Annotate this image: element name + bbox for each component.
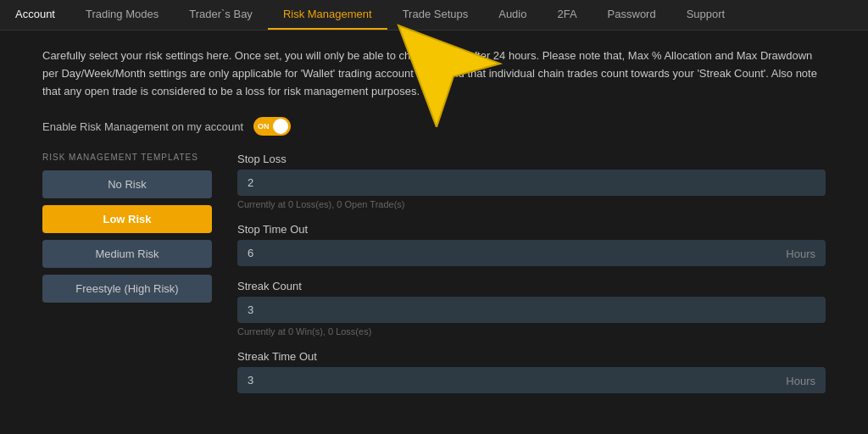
toggle-text: ON — [258, 122, 270, 131]
nav-item-support[interactable]: Support — [671, 0, 741, 30]
templates-label: RISK MANAGEMENT TEMPLATES — [42, 153, 212, 162]
template-btn-medium-risk[interactable]: Medium Risk — [42, 240, 212, 268]
nav-item-trader-s-bay[interactable]: Trader`s Bay — [174, 0, 268, 30]
field-group-0: Stop LossCurrently at 0 Loss(es), 0 Open… — [237, 153, 826, 209]
field-input-wrap-1: Hours — [237, 240, 826, 266]
nav-item-password[interactable]: Password — [593, 0, 671, 30]
nav-item-trade-setups[interactable]: Trade Setups — [387, 0, 484, 30]
toggle-knob — [273, 119, 288, 134]
nav-item-risk-management[interactable]: Risk Management — [268, 0, 387, 30]
main-layout: RISK MANAGEMENT TEMPLATES No RiskLow Ris… — [42, 153, 826, 407]
field-input-0[interactable] — [237, 170, 826, 196]
nav-bar: AccountTrading ModesTrader`s BayRisk Man… — [0, 0, 868, 31]
right-panel: Stop LossCurrently at 0 Loss(es), 0 Open… — [237, 153, 826, 407]
description-text: Carefully select your risk settings here… — [42, 47, 826, 100]
field-hint-0: Currently at 0 Loss(es), 0 Open Trade(s) — [237, 199, 826, 209]
field-label-0: Stop Loss — [237, 153, 826, 165]
enable-row: Enable Risk Management on my account ON — [42, 117, 826, 136]
nav-item-2fa[interactable]: 2FA — [542, 0, 592, 30]
field-input-1[interactable] — [237, 240, 826, 266]
left-panel: RISK MANAGEMENT TEMPLATES No RiskLow Ris… — [42, 153, 212, 407]
template-btn-low-risk[interactable]: Low Risk — [42, 205, 212, 233]
template-btn-no-risk[interactable]: No Risk — [42, 170, 212, 198]
field-input-3[interactable] — [237, 367, 826, 393]
template-btn-freestyle--high-risk-[interactable]: Freestyle (High Risk) — [42, 275, 212, 303]
enable-label: Enable Risk Management on my account — [42, 120, 243, 133]
field-label-3: Streak Time Out — [237, 350, 826, 363]
main-content: Carefully select your risk settings here… — [0, 31, 868, 424]
field-group-2: Streak CountCurrently at 0 Win(s), 0 Los… — [237, 280, 826, 337]
nav-item-trading-modes[interactable]: Trading Modes — [70, 0, 174, 30]
field-hint-2: Currently at 0 Win(s), 0 Loss(es) — [237, 326, 826, 337]
field-group-3: Streak Time OutHours — [237, 350, 826, 393]
field-input-wrap-0 — [237, 170, 826, 196]
nav-item-audio[interactable]: Audio — [483, 0, 542, 30]
nav-item-account[interactable]: Account — [0, 0, 70, 30]
field-label-1: Stop Time Out — [237, 223, 826, 236]
field-input-2[interactable] — [237, 297, 826, 323]
field-input-wrap-3: Hours — [237, 367, 826, 393]
field-group-1: Stop Time OutHours — [237, 223, 826, 266]
field-label-2: Streak Count — [237, 280, 826, 292]
enable-toggle[interactable]: ON — [253, 117, 291, 136]
field-input-wrap-2 — [237, 297, 826, 323]
